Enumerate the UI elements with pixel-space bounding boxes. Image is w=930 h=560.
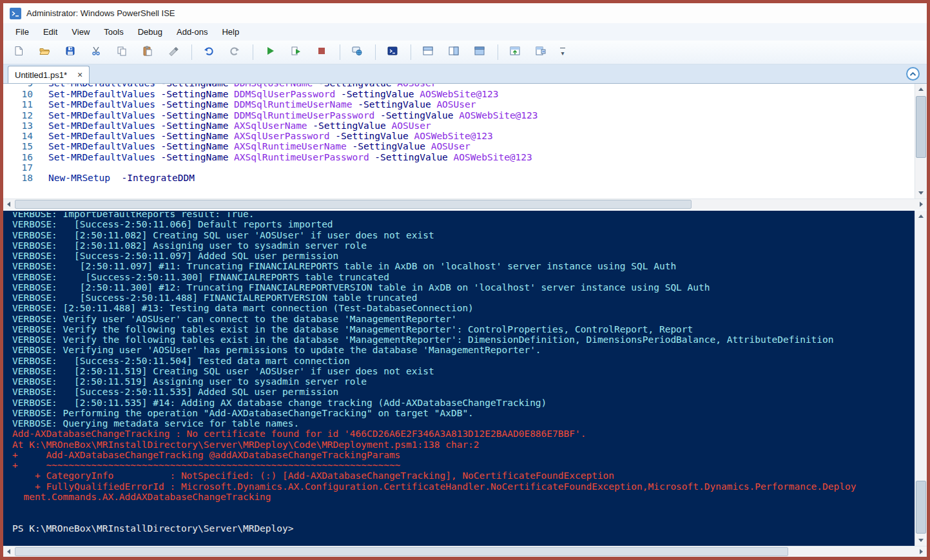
menu-view[interactable]: View [64,24,97,39]
scroll-left-button[interactable] [3,546,14,557]
triangle-up-icon [918,215,924,218]
editor-line-17[interactable]: 17 [3,162,915,173]
powershell-ise-window: Administrator: Windows PowerShell ISE Fi… [3,3,927,557]
console-line-verbose: VERBOSE: Verify the following tables exi… [12,324,914,334]
undo-arrow-icon [204,46,214,59]
console-line-verbose: VERBOSE: Verify the following tables exi… [12,334,914,345]
console-vertical-scrollbar[interactable] [915,211,927,546]
show-script-pane-button[interactable] [506,43,524,61]
editor-line-11[interactable]: 11Set-MRDefaultValues -SettingName DDMSq… [3,99,915,110]
script-pane-top-button[interactable] [419,43,437,61]
tab-close-icon[interactable]: × [77,70,82,80]
scroll-right-button[interactable] [916,546,927,557]
toolbar-separator [253,44,253,60]
editor-line-9[interactable]: 9Set-MRDefaultValues -SettingName DDMSql… [3,84,915,88]
console-line-error: ment.Commands.AX.AddAXDatabaseChangeTrac… [12,492,914,502]
scroll-left-button[interactable] [3,199,14,209]
copy-button[interactable] [113,43,131,61]
scroll-up-button[interactable] [915,84,927,95]
run-selection-button[interactable] [287,43,305,61]
redo-arrow-icon [229,46,240,59]
open-script-button[interactable] [35,43,53,61]
line-number: 18 [3,173,33,183]
console-line-prompt: PS K:\MROneBox\MRInstallDirectory\Server… [12,523,914,534]
console-line-verbose: VERBOSE: [2:50:11.082] Assigning user to… [12,240,914,251]
console-line-error: + FullyQualifiedErrorId : Microsoft.Dyna… [12,481,914,492]
editor-vertical-scrollbar[interactable] [915,84,927,198]
console-line-verbose: VERBOSE: Verify user 'AOSUser' can conne… [12,314,914,324]
console-horizontal-scrollbar[interactable] [3,546,927,557]
editor-horizontal-scrollbar[interactable] [3,198,927,209]
editor-line-12[interactable]: 12Set-MRDefaultValues -SettingName DDMSq… [3,110,915,121]
editor-line-13[interactable]: 13Set-MRDefaultValues -SettingName AXSql… [3,121,915,131]
powershell-console-icon [387,46,398,59]
console-line-verbose: VERBOSE: [Success-2:50:11.300] FINANCIAL… [12,272,914,282]
console-scroll-thumb[interactable] [916,481,926,534]
toolbar-options-button[interactable]: ▾ [557,43,568,61]
clear-console-button[interactable] [164,43,182,61]
window-title: Administrator: Windows PowerShell ISE [26,8,175,18]
console-output: VERBOSE: ImportDefaultReports result: Tr… [3,212,914,546]
scroll-down-button[interactable] [915,535,927,546]
console-line-error: + ~~~~~~~~~~~~~~~~~~~~~~~~~~~~~~~~~~~~~~… [12,460,914,470]
console-line-error: At K:\MROneBox\MRInstallDirectory\Server… [12,439,914,450]
scroll-down-button[interactable] [915,188,927,198]
console-line-verbose: VERBOSE: [Success-2:50:11.535] Added SQL… [12,387,914,397]
remote-computer-icon [352,46,362,59]
line-number: 17 [3,162,33,173]
save-button[interactable] [61,43,79,61]
script-pane-maximized-button[interactable] [470,43,489,61]
show-command-window-button[interactable] [532,43,550,61]
line-number: 14 [3,131,33,141]
editor-line-16[interactable]: 16Set-MRDefaultValues -SettingName AXSql… [3,152,915,162]
script-pane-right-button[interactable] [445,43,463,61]
tab-label: Untitled1.ps1* [15,70,67,80]
console-line-error: + CategoryInfo : NotSpecified: (:) [Add-… [12,470,914,481]
menu-addons[interactable]: Add-ons [170,24,215,39]
paste-button[interactable] [139,43,157,61]
editor-line-14[interactable]: 14Set-MRDefaultValues -SettingName AXSql… [3,131,915,141]
console-hscroll-thumb[interactable] [15,547,788,556]
powershell-app-icon [10,8,21,19]
redo-button[interactable] [226,43,244,61]
stop-button[interactable] [313,43,331,61]
code-text: Set-MRDefaultValues -SettingName DDMSqlR… [48,110,538,121]
run-script-button[interactable] [261,43,279,61]
stop-square-icon [316,46,327,59]
new-file-icon [14,46,24,59]
editor-line-18[interactable]: 18New-MRSetup -IntegrateDDM [3,173,915,183]
editor-line-15[interactable]: 15Set-MRDefaultValues -SettingName AXSql… [3,141,915,151]
toolbar-separator [498,44,498,60]
console-pane[interactable]: VERBOSE: ImportDefaultReports result: Tr… [3,209,927,546]
line-number: 16 [3,152,33,162]
menu-edit[interactable]: Edit [36,24,64,39]
tab-untitled1[interactable]: Untitled1.ps1* × [8,66,90,83]
run-selection-icon [291,46,301,59]
line-number: 9 [3,84,33,88]
triangle-down-icon [918,191,924,195]
toolbar-separator [411,44,411,60]
code-text: Set-MRDefaultValues -SettingName AXSqlRu… [48,141,470,151]
undo-button[interactable] [200,43,218,61]
menu-debug[interactable]: Debug [131,24,170,39]
editor-hscroll-thumb[interactable] [15,200,692,209]
toolbar: ▾ [3,41,927,64]
start-powershell-button[interactable] [383,43,402,61]
new-remote-tab-button[interactable] [348,43,366,61]
scroll-up-button[interactable] [915,211,927,222]
cut-button[interactable] [87,43,105,61]
menu-help[interactable]: Help [215,24,246,39]
menu-file[interactable]: File [8,24,36,39]
new-script-button[interactable] [10,43,28,61]
editor-line-10[interactable]: 10Set-MRDefaultValues -SettingName DDMSq… [3,89,915,99]
toolbar-separator [191,44,192,60]
clear-console-icon [168,46,179,59]
scroll-right-button[interactable] [916,199,927,209]
chevron-up-icon [909,72,916,77]
collapse-script-pane-button[interactable] [906,67,920,81]
title-bar[interactable]: Administrator: Windows PowerShell ISE [3,3,927,23]
menu-tools[interactable]: Tools [97,24,130,39]
code-text: Set-MRDefaultValues -SettingName AXSqlRu… [48,152,532,162]
script-editor-pane[interactable]: 9Set-MRDefaultValues -SettingName DDMSql… [3,84,927,198]
editor-scroll-thumb[interactable] [916,96,926,158]
